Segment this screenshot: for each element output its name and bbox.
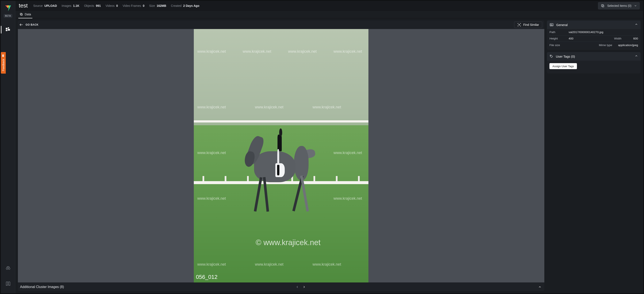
svg-rect-6: [2, 55, 4, 57]
meta-size: Size 162MB: [149, 4, 166, 8]
svg-rect-3: [6, 30, 8, 31]
general-panel-header[interactable]: General: [547, 21, 640, 29]
feedback-tab[interactable]: Feedback: [1, 52, 6, 74]
user-tags-title: User Tags (0): [556, 55, 575, 58]
svg-rect-2: [8, 29, 10, 31]
dataset-title: test: [19, 2, 28, 9]
chevron-down-icon: [634, 4, 637, 7]
meta-source: Source UPLOAD: [33, 4, 57, 8]
cluster-expand-button[interactable]: [538, 285, 542, 289]
user-tags-panel: User Tags (0) Assign User Tags: [547, 52, 640, 73]
grid-icon: [5, 27, 11, 32]
watermark-text: www.krajicek.net: [197, 49, 226, 54]
svg-point-14: [519, 24, 520, 25]
copy-icon: [20, 13, 23, 16]
sidebar-item-dashboard[interactable]: [1, 24, 15, 36]
binoculars-icon: [6, 265, 11, 270]
image-icon: [550, 23, 554, 27]
book-icon: [6, 281, 11, 286]
cluster-title: Additional Cluster Images (8): [20, 285, 64, 289]
watermark-text: www.krajicek.net: [243, 49, 271, 54]
svg-rect-1: [8, 27, 9, 28]
beta-badge: BETA: [4, 14, 12, 18]
cluster-footer: Additional Cluster Images (8): [18, 282, 544, 291]
selected-items-button[interactable]: Selected Items (0): [598, 2, 640, 9]
row-dimensions: Height 400 Width 600: [550, 35, 638, 42]
main-column: test Source UPLOAD Images 1.1K Objects 9…: [15, 1, 643, 293]
cluster-prev-button[interactable]: [295, 285, 300, 289]
meta-video-frames: Video Frames 0: [123, 4, 144, 8]
general-panel: General Path val2017/000000140270.jpg He…: [547, 21, 640, 50]
general-panel-body: Path val2017/000000140270.jpg Height 400…: [547, 29, 640, 50]
left-sidebar: BETA: [1, 1, 15, 293]
go-back-button[interactable]: GO BACK: [19, 23, 38, 27]
svg-rect-12: [20, 13, 22, 15]
image-subject: [246, 125, 313, 211]
sidebar-item-docs[interactable]: [1, 278, 15, 290]
dataset-header: test Source UPLOAD Images 1.1K Objects 9…: [15, 1, 643, 11]
go-back-label: GO BACK: [26, 23, 38, 26]
watermark-text: www.krajicek.net: [288, 49, 317, 54]
row-file-mime: File size Mime type application/jpeg: [550, 42, 638, 48]
assign-user-tags-button[interactable]: Assign User Tags: [550, 63, 577, 69]
chevron-left-icon: [296, 285, 299, 289]
watermark-big: © www.krajicek.net: [225, 238, 351, 247]
watermark-text: www.krajicek.net: [197, 105, 226, 109]
image-viewport[interactable]: www.krajicek.net www.krajicek.net www.kr…: [18, 29, 544, 282]
brand-logo[interactable]: [4, 5, 12, 12]
arrow-left-icon: [19, 23, 24, 27]
app-root: BETA: [0, 0, 644, 294]
user-tags-body: Assign User Tags: [547, 61, 640, 73]
scan-icon: [517, 23, 521, 27]
svg-point-5: [8, 268, 10, 269]
chevron-up-icon: [538, 285, 542, 289]
meta-images: Images 1.1K: [62, 4, 79, 8]
find-similar-label: Find Similar: [523, 23, 539, 27]
feedback-label: Feedback: [2, 59, 5, 71]
svg-rect-0: [6, 28, 8, 30]
smiley-icon: [2, 54, 5, 57]
tag-icon: [550, 54, 553, 58]
svg-rect-9: [602, 5, 604, 7]
frame-label: 056_012: [196, 274, 218, 280]
user-tags-header[interactable]: User Tags (0): [547, 52, 640, 61]
image-surface: www.krajicek.net www.krajicek.net www.kr…: [194, 29, 368, 282]
meta-objects: Objects 991: [84, 4, 101, 8]
content-area: GO BACK Find Similar: [15, 18, 643, 293]
svg-rect-11: [21, 14, 22, 15]
general-panel-title: General: [556, 23, 568, 27]
details-panel: General Path val2017/000000140270.jpg He…: [547, 21, 640, 291]
meta-videos: Videos 0: [106, 4, 118, 8]
find-similar-button[interactable]: Find Similar: [514, 22, 542, 28]
copy-icon: [601, 4, 604, 8]
selected-items-label: Selected Items (0): [607, 4, 632, 8]
tab-label: Data: [25, 13, 31, 16]
cluster-next-button[interactable]: [302, 285, 306, 289]
chevron-up-icon: [635, 54, 638, 58]
watermark-text: www.krajicek.net: [313, 105, 341, 109]
svg-point-4: [6, 268, 8, 269]
sidebar-item-explore[interactable]: [1, 262, 15, 274]
svg-point-16: [551, 24, 551, 25]
chevron-up-icon: [635, 23, 638, 26]
tabs-bar: Data: [15, 11, 643, 18]
svg-rect-10: [602, 5, 603, 7]
image-toolbar: GO BACK Find Similar: [18, 21, 544, 29]
row-path: Path val2017/000000140270.jpg: [550, 29, 638, 35]
image-panel: GO BACK Find Similar: [18, 21, 544, 291]
tab-data[interactable]: Data: [18, 11, 32, 18]
watermark-text: www.krajicek.net: [255, 105, 284, 109]
meta-created: Created 2 Days Ago: [171, 4, 199, 8]
chevron-right-icon: [302, 285, 306, 289]
svg-point-17: [550, 56, 551, 56]
watermark-text: www.krajicek.net: [334, 49, 362, 54]
